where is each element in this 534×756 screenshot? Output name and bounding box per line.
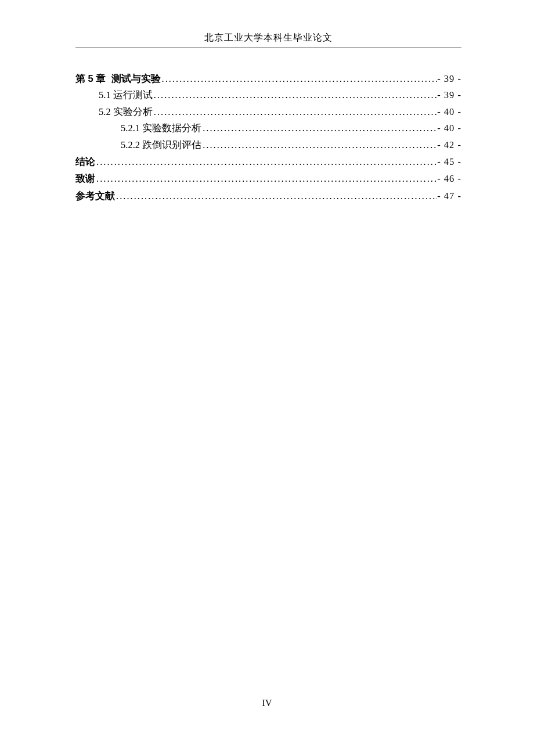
toc-page-number: - 40 - — [437, 104, 461, 120]
toc-entry-references: 参考文献 ...................................… — [75, 188, 461, 204]
toc-leader-dots: ........................................… — [201, 137, 437, 153]
toc-entry-5-2-2: 5.2.2 跌倒识别评估 ...........................… — [75, 137, 461, 153]
toc-leader-dots: ........................................… — [201, 120, 437, 136]
toc-label: 参考文献 — [75, 188, 115, 204]
toc-leader-dots: ........................................… — [153, 104, 438, 120]
toc-label: 5.2.2 跌倒识别评估 — [121, 137, 201, 153]
page-number: IV — [262, 698, 272, 708]
toc-page-number: - 40 - — [437, 120, 461, 136]
toc-entry-5-2: 5.2 实验分析 ...............................… — [75, 104, 461, 120]
toc-label: 第 5 章 测试与实验 — [75, 70, 161, 87]
toc-leader-dots: ........................................… — [95, 154, 437, 170]
toc-label: 结论 — [75, 153, 95, 170]
toc-label: 5.2 实验分析 — [99, 104, 153, 120]
toc-page-number: - 39 - — [437, 87, 461, 103]
toc-page-number: - 42 - — [437, 137, 461, 153]
toc-entry-chapter-5: 第 5 章 测试与实验 ............................… — [75, 70, 461, 87]
toc-entry-acknowledgements: 致谢 .....................................… — [75, 170, 461, 187]
toc-leader-dots: ........................................… — [115, 188, 437, 204]
toc-entry-5-2-1: 5.2.1 实验数据分析 ...........................… — [75, 120, 461, 136]
toc-leader-dots: ........................................… — [153, 87, 438, 103]
page-footer: IV — [0, 698, 534, 708]
toc-leader-dots: ........................................… — [95, 171, 437, 187]
page-container: 北京工业大学本科生毕业论文 第 5 章 测试与实验 ..............… — [0, 0, 534, 204]
toc-page-number: - 39 - — [437, 71, 461, 87]
header-title: 北京工业大学本科生毕业论文 — [204, 33, 333, 42]
toc-page-number: - 47 - — [437, 188, 461, 204]
toc-page-number: - 45 - — [437, 154, 461, 170]
toc-label: 5.1 运行测试 — [99, 87, 153, 103]
toc-entry-5-1: 5.1 运行测试 ...............................… — [75, 87, 461, 103]
toc-label: 5.2.1 实验数据分析 — [121, 120, 201, 136]
page-header: 北京工业大学本科生毕业论文 — [75, 32, 461, 48]
toc-leader-dots: ........................................… — [161, 71, 438, 87]
toc-label: 致谢 — [75, 170, 95, 186]
table-of-contents: 第 5 章 测试与实验 ............................… — [75, 70, 461, 204]
header-rule — [75, 48, 461, 48]
toc-page-number: - 46 - — [437, 171, 461, 187]
toc-entry-conclusion: 结论 .....................................… — [75, 153, 461, 170]
